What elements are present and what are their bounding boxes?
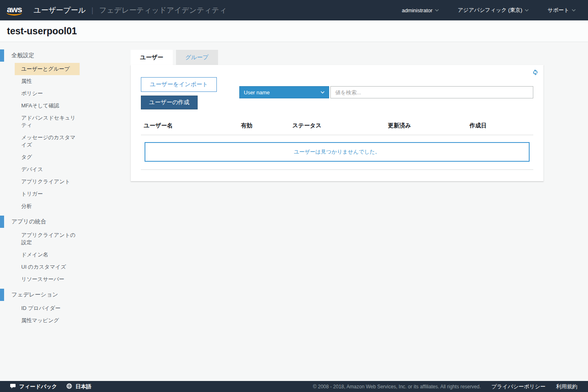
column-header-status: ステータス — [292, 122, 388, 129]
globe-icon — [66, 383, 72, 390]
sidebar-item-tags[interactable]: タグ — [15, 151, 80, 163]
sidebar-item-app-clients[interactable]: アプリクライアント — [15, 176, 80, 188]
support-menu-label: サポート — [548, 7, 569, 14]
sidebar-item-devices[interactable]: デバイス — [15, 163, 80, 176]
chevron-down-icon — [525, 9, 529, 11]
nav-user-pools[interactable]: ユーザープール — [33, 5, 86, 15]
title-bar: test-userpool01 — [0, 20, 588, 42]
section-label: フェデレーション — [11, 291, 58, 298]
sidebar-item-mfa-verification[interactable]: MFAそして確認 — [15, 100, 80, 112]
sidebar-section-federation[interactable]: フェデレーション — [0, 289, 131, 301]
section-label: アプリの統合 — [11, 218, 46, 225]
sidebar-section-items: アプリクライアントの設定 ドメイン名 UI のカスタマイズ リソースサーバー — [0, 229, 131, 285]
users-table: ユーザー名 有効 ステータス 更新済み 作成日 ユーザーは見つかりませんでした。 — [141, 122, 533, 170]
chevron-down-icon — [572, 9, 576, 11]
sidebar-item-users-and-groups[interactable]: ユーザーとグループ — [15, 63, 80, 75]
feedback-button[interactable]: フィードバック — [10, 383, 57, 390]
account-menu-label: administrator — [402, 7, 432, 13]
sidebar-item-app-client-settings[interactable]: アプリクライアントの設定 — [15, 229, 80, 249]
table-bottom-divider — [141, 169, 533, 170]
nav-separator: | — [91, 6, 94, 15]
nav-federated-identities[interactable]: フェデレーティッドアイデンティティ — [99, 5, 227, 15]
privacy-policy-link[interactable]: プライバシーポリシー — [492, 383, 546, 390]
chevron-down-icon — [435, 9, 439, 11]
region-menu[interactable]: アジアパシフィック (東京) — [458, 7, 529, 14]
main-content: ユーザー グループ ユーザーをインポート ユーザーの作成 User name — [131, 50, 543, 181]
sidebar-item-policies[interactable]: ポリシー — [15, 87, 80, 100]
empty-state-message: ユーザーは見つかりませんでした。 — [294, 148, 381, 156]
tab-groups[interactable]: グループ — [176, 50, 218, 65]
feedback-label: フィードバック — [19, 383, 57, 390]
column-header-created: 作成日 — [470, 122, 533, 129]
table-header-row: ユーザー名 有効 ステータス 更新済み 作成日 — [141, 122, 533, 135]
top-navigation-bar: aws ユーザープール | フェデレーティッドアイデンティティ administ… — [0, 0, 588, 20]
language-label: 日本語 — [76, 383, 91, 390]
sidebar-section-items: ユーザーとグループ 属性 ポリシー MFAそして確認 アドバンスドセキュリティ … — [0, 63, 131, 212]
language-selector[interactable]: 日本語 — [66, 383, 91, 390]
refresh-icon[interactable] — [532, 69, 539, 76]
support-menu[interactable]: サポート — [548, 7, 576, 14]
content-area: 全般設定 ユーザーとグループ 属性 ポリシー MFAそして確認 アドバンスドセキ… — [0, 42, 588, 381]
toolbar: ユーザーをインポート ユーザーの作成 User name — [141, 77, 533, 109]
column-header-updated: 更新済み — [388, 122, 470, 129]
page-title: test-userpool01 — [7, 26, 77, 37]
speech-bubble-icon — [10, 383, 16, 390]
footer-bar: フィードバック 日本語 © 2008 - 2018, Amazon Web Se… — [0, 381, 588, 392]
terms-of-use-link[interactable]: 利用規約 — [556, 383, 577, 390]
section-accent-bar — [0, 49, 4, 62]
import-users-button[interactable]: ユーザーをインポート — [141, 77, 217, 92]
sidebar-item-advanced-security[interactable]: アドバンスドセキュリティ — [15, 112, 80, 131]
sidebar-item-attributes[interactable]: 属性 — [15, 75, 80, 87]
account-menu[interactable]: administrator — [402, 7, 439, 13]
section-label: 全般設定 — [11, 52, 34, 59]
filter-attribute-selected: User name — [244, 89, 270, 96]
aws-logo[interactable]: aws — [7, 5, 22, 16]
sidebar-item-ui-customization[interactable]: UI のカスタマイズ — [15, 261, 80, 273]
copyright-text: © 2008 - 2018, Amazon Web Services, Inc.… — [313, 384, 481, 390]
sidebar-item-identity-providers[interactable]: ID プロバイダー — [15, 302, 80, 314]
search-value-input[interactable] — [330, 86, 533, 98]
sidebar-item-domain-name[interactable]: ドメイン名 — [15, 249, 80, 261]
tab-bar: ユーザー グループ — [131, 50, 543, 65]
create-user-button[interactable]: ユーザーの作成 — [141, 96, 198, 109]
sidebar-navigation: 全般設定 ユーザーとグループ 属性 ポリシー MFAそして確認 アドバンスドセキ… — [0, 42, 131, 330]
sidebar-section-app-integration[interactable]: アプリの統合 — [0, 216, 131, 228]
users-panel: ユーザーをインポート ユーザーの作成 User name ユーザー名 — [131, 65, 543, 181]
filter-group: User name — [239, 86, 533, 98]
column-header-enabled: 有効 — [241, 122, 292, 129]
column-header-username: ユーザー名 — [144, 122, 241, 129]
sidebar-item-triggers[interactable]: トリガー — [15, 188, 80, 200]
chevron-down-icon — [321, 91, 325, 94]
aws-smile-icon — [7, 12, 22, 16]
sidebar-item-resource-servers[interactable]: リソースサーバー — [15, 273, 80, 285]
sidebar-item-analytics[interactable]: 分析 — [15, 200, 80, 212]
region-menu-label: アジアパシフィック (東京) — [458, 7, 522, 14]
sidebar-section-items: ID プロバイダー 属性マッピング — [0, 302, 131, 327]
section-accent-bar — [0, 289, 4, 301]
tab-users[interactable]: ユーザー — [131, 50, 173, 65]
empty-state-box: ユーザーは見つかりませんでした。 — [145, 142, 530, 162]
sidebar-item-attribute-mapping[interactable]: 属性マッピング — [15, 314, 80, 327]
filter-attribute-dropdown[interactable]: User name — [239, 86, 329, 98]
sidebar-item-message-customizations[interactable]: メッセージのカスタマイズ — [15, 131, 80, 151]
sidebar-section-general-settings[interactable]: 全般設定 — [0, 49, 131, 62]
section-accent-bar — [0, 216, 4, 228]
